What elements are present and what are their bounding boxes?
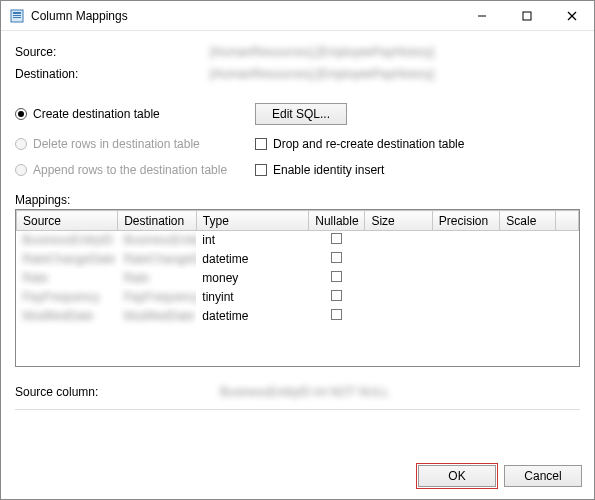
delete-rows-radio (15, 138, 27, 150)
cancel-button[interactable]: Cancel (504, 465, 582, 487)
source-column-label: Source column: (15, 385, 220, 399)
minimize-button[interactable] (459, 1, 504, 30)
window-title: Column Mappings (31, 9, 459, 23)
cell-nullable-checkbox[interactable] (331, 290, 342, 301)
table-row[interactable]: ModifiedDateModifiedDatedatetime (17, 307, 579, 326)
source-row: Source: [HumanResources].[EmployeePayHis… (15, 45, 580, 59)
append-rows-label: Append rows to the destination table (33, 163, 227, 177)
cell-scale (500, 307, 556, 326)
cell-type: tinyint (196, 288, 308, 307)
mappings-label: Mappings: (15, 193, 580, 207)
table-row[interactable]: BusinessEntityIDBusinessEntityIDint (17, 231, 579, 250)
cell-size (365, 288, 432, 307)
append-rows-radio (15, 164, 27, 176)
svg-rect-2 (13, 15, 21, 16)
create-table-row: Create destination table Edit SQL... (15, 103, 580, 125)
cell-size (365, 250, 432, 269)
mappings-grid[interactable]: Source Destination Type Nullable Size Pr… (15, 209, 580, 367)
cell-precision (432, 307, 499, 326)
col-header-scale[interactable]: Scale (500, 211, 556, 231)
svg-rect-3 (13, 17, 21, 18)
cell-source: PayFrequency (23, 290, 100, 304)
source-value: [HumanResources].[EmployeePayHistory] (210, 45, 434, 59)
edit-sql-button[interactable]: Edit SQL... (255, 103, 347, 125)
cell-nullable-checkbox[interactable] (331, 252, 342, 263)
col-header-tail (556, 211, 579, 231)
append-rows-row: Append rows to the destination table Ena… (15, 163, 580, 177)
close-button[interactable] (549, 1, 594, 30)
cell-source: RateChangeDate (23, 252, 116, 266)
drop-recreate-checkbox[interactable] (255, 138, 267, 150)
source-label: Source: (15, 45, 210, 59)
source-column-value: BusinessEntityID int NOT NULL (220, 385, 389, 399)
destination-value: [HumanResources].[EmployeePayHistory] (210, 67, 434, 81)
col-header-nullable[interactable]: Nullable (309, 211, 365, 231)
grid-header-row: Source Destination Type Nullable Size Pr… (17, 211, 579, 231)
identity-insert-label: Enable identity insert (273, 163, 384, 177)
cell-scale (500, 269, 556, 288)
dialog-content: Source: [HumanResources].[EmployeePayHis… (1, 31, 594, 455)
cell-source: Rate (23, 271, 48, 285)
cell-nullable-checkbox[interactable] (331, 233, 342, 244)
table-row[interactable]: RateRatemoney (17, 269, 579, 288)
cell-source: BusinessEntityID (23, 233, 114, 247)
ok-button[interactable]: OK (418, 465, 496, 487)
cell-size (365, 269, 432, 288)
dialog-button-bar: OK Cancel (1, 455, 594, 499)
cell-nullable-checkbox[interactable] (331, 309, 342, 320)
cell-precision (432, 250, 499, 269)
cell-type: money (196, 269, 308, 288)
cell-source: ModifiedDate (23, 309, 94, 323)
col-header-type[interactable]: Type (196, 211, 308, 231)
cell-destination: BusinessEntityID (124, 233, 197, 247)
svg-rect-5 (523, 12, 531, 20)
cell-destination: ModifiedDate (124, 309, 195, 323)
create-table-radio[interactable] (15, 108, 27, 120)
cell-type: int (196, 231, 308, 250)
cell-precision (432, 231, 499, 250)
table-row[interactable]: PayFrequencyPayFrequencytinyint (17, 288, 579, 307)
cell-scale (500, 231, 556, 250)
col-header-source[interactable]: Source (17, 211, 118, 231)
cell-precision (432, 269, 499, 288)
drop-recreate-label: Drop and re-create destination table (273, 137, 464, 151)
cell-type: datetime (196, 307, 308, 326)
cell-precision (432, 288, 499, 307)
cell-type: datetime (196, 250, 308, 269)
delete-rows-label: Delete rows in destination table (33, 137, 200, 151)
source-column-row: Source column: BusinessEntityID int NOT … (15, 385, 580, 410)
cell-destination: Rate (124, 271, 149, 285)
col-header-size[interactable]: Size (365, 211, 432, 231)
svg-rect-1 (13, 12, 21, 14)
cell-destination: PayFrequency (124, 290, 197, 304)
destination-row: Destination: [HumanResources].[EmployeeP… (15, 67, 580, 81)
dialog-window: Column Mappings Source: [HumanResources]… (0, 0, 595, 500)
cell-size (365, 307, 432, 326)
col-header-precision[interactable]: Precision (432, 211, 499, 231)
titlebar: Column Mappings (1, 1, 594, 31)
cell-size (365, 231, 432, 250)
maximize-button[interactable] (504, 1, 549, 30)
create-table-label: Create destination table (33, 107, 160, 121)
col-header-destination[interactable]: Destination (118, 211, 197, 231)
app-icon (9, 8, 25, 24)
cell-nullable-checkbox[interactable] (331, 271, 342, 282)
identity-insert-checkbox[interactable] (255, 164, 267, 176)
destination-label: Destination: (15, 67, 210, 81)
cell-destination: RateChangeDate (124, 252, 197, 266)
cell-scale (500, 250, 556, 269)
table-row[interactable]: RateChangeDateRateChangeDatedatetime (17, 250, 579, 269)
cell-scale (500, 288, 556, 307)
delete-rows-row: Delete rows in destination table Drop an… (15, 137, 580, 151)
